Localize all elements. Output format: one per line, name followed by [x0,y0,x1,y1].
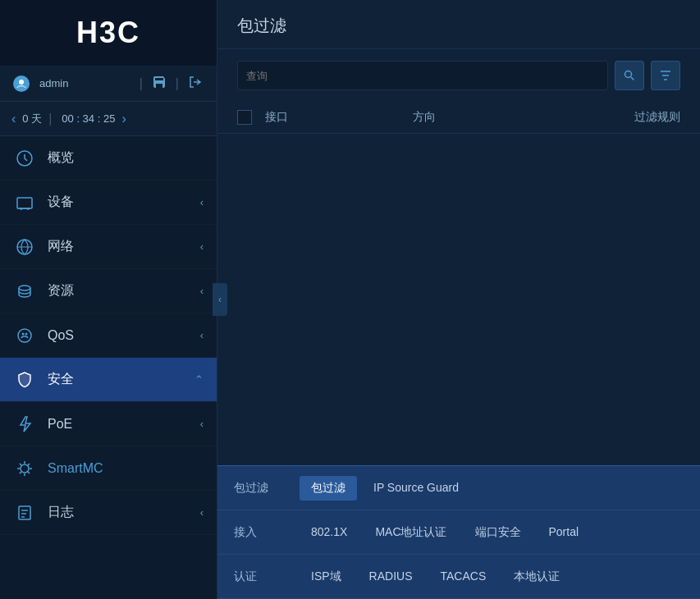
dropdown-row-packet-filter: 包过滤 包过滤 IP Source Guard [217,466,700,510]
device-arrow: ‹ [200,196,204,208]
sidebar-item-label-network: 网络 [48,238,189,255]
sidebar-item-label-security: 安全 [48,371,183,388]
dropdown-items-1: 802.1X MAC地址认证 端口安全 Portal [300,520,684,545]
sidebar-item-security[interactable]: 安全 ⌃ [0,358,217,402]
qos-arrow: ‹ [200,329,204,341]
poe-icon [13,413,36,436]
days-label: 0 天 [22,112,42,126]
sidebar-item-overview[interactable]: 概览 [0,136,217,181]
svg-point-6 [22,332,25,335]
time-next[interactable]: › [121,112,126,126]
qos-icon [13,324,36,347]
sidebar-collapse-toggle[interactable]: ‹ [213,283,227,316]
overview-icon [13,147,36,170]
security-dropdown-menu: 包过滤 包过滤 IP Source Guard 接入 802.1X MAC地址认… [217,465,700,599]
resource-arrow: ‹ [200,285,204,297]
sidebar-item-device[interactable]: 设备 ‹ [0,181,217,225]
dropdown-items-0: 包过滤 IP Source Guard [300,476,684,501]
main-content: 包过滤 接口 方向 过滤规则 包过滤 包过滤 IP Source Guard [217,0,700,599]
dropdown-item-port-security[interactable]: 端口安全 [464,520,533,545]
dropdown-item-mac-auth[interactable]: MAC地址认证 [364,520,458,545]
sidebar-item-label-resource: 资源 [48,282,189,300]
select-all-checkbox[interactable] [237,110,252,125]
search-input-wrapper[interactable] [237,61,608,90]
svg-point-10 [625,71,632,78]
sidebar-item-qos[interactable]: QoS ‹ [0,313,217,358]
time-prev[interactable]: ‹ [11,112,16,126]
dropdown-item-radius[interactable]: RADIUS [358,565,424,589]
dropdown-item-ip-source-guard[interactable]: IP Source Guard [362,476,470,501]
user-icon [13,75,30,92]
dropdown-row-access: 接入 802.1X MAC地址认证 端口安全 Portal [217,510,700,555]
sidebar-item-network[interactable]: 网络 ‹ [0,225,217,269]
col-header-direction: 方向 [413,110,634,125]
time-display: 00 : 34 : 25 [62,112,115,125]
search-button[interactable] [615,61,644,90]
col-header-interface: 接口 [265,110,413,125]
sidebar-item-label-smartmc: SmartMC [48,461,204,476]
dropdown-item-portal[interactable]: Portal [538,520,591,545]
col-header-filter-rule: 过滤规则 [634,110,680,125]
sidebar-item-label-log: 日志 [48,504,189,521]
sidebar: H3C admin | | ‹ 0 天 | 00 : 34 : 25 › [0,0,217,599]
svg-point-0 [19,80,24,85]
dropdown-item-tacacs[interactable]: TACACS [428,565,497,589]
log-arrow: ‹ [200,506,204,519]
table-header: 接口 方向 过滤规则 [217,102,700,134]
security-icon [13,368,36,391]
device-icon [13,191,36,214]
sidebar-item-poe[interactable]: PoE ‹ [0,402,217,446]
network-arrow: ‹ [200,240,204,253]
sidebar-item-smartmc[interactable]: SmartMC [0,446,217,491]
user-bar: admin | | [0,66,217,102]
dropdown-items-2: ISP域 RADIUS TACACS 本地认证 [300,565,684,589]
poe-arrow: ‹ [200,418,204,430]
sidebar-item-label-qos: QoS [48,328,189,343]
logo: H3C [76,16,140,50]
dropdown-section-label-1: 接入 [234,525,300,540]
network-icon [13,235,36,258]
log-icon [13,501,36,524]
username: admin [39,77,130,89]
resource-icon [13,280,36,303]
nav-items: 概览 设备 ‹ 网络 ‹ 资源 ‹ [0,136,217,599]
smartmc-icon [13,457,36,480]
sidebar-item-label-device: 设备 [48,194,189,211]
dropdown-section-label-2: 认证 [234,569,300,584]
save-button[interactable] [151,74,167,94]
search-input[interactable] [246,70,599,82]
sidebar-item-log[interactable]: 日志 ‹ [0,491,217,535]
dropdown-item-isp[interactable]: ISP域 [300,565,353,589]
dropdown-item-local-auth[interactable]: 本地认证 [502,565,571,589]
dropdown-section-label-0: 包过滤 [234,481,300,496]
dropdown-item-packet-filter[interactable]: 包过滤 [300,476,357,501]
dropdown-row-auth: 认证 ISP域 RADIUS TACACS 本地认证 [217,555,700,599]
user-actions: | | [140,74,204,94]
svg-rect-2 [17,198,32,208]
svg-point-4 [19,286,30,290]
search-bar [217,49,700,102]
dropdown-item-8021x[interactable]: 802.1X [300,520,359,545]
sidebar-item-label-poe: PoE [48,417,189,432]
filter-button[interactable] [651,61,680,90]
logo-area: H3C [0,0,217,66]
logout-button[interactable] [187,74,204,94]
security-arrow: ⌃ [194,373,204,386]
page-title: 包过滤 [237,16,286,34]
page-header: 包过滤 [217,0,700,49]
svg-point-8 [21,464,29,473]
time-bar: ‹ 0 天 | 00 : 34 : 25 › [0,102,217,136]
sidebar-item-label-overview: 概览 [48,149,204,167]
sidebar-item-resource[interactable]: 资源 ‹ [0,269,217,313]
svg-point-7 [25,332,28,335]
